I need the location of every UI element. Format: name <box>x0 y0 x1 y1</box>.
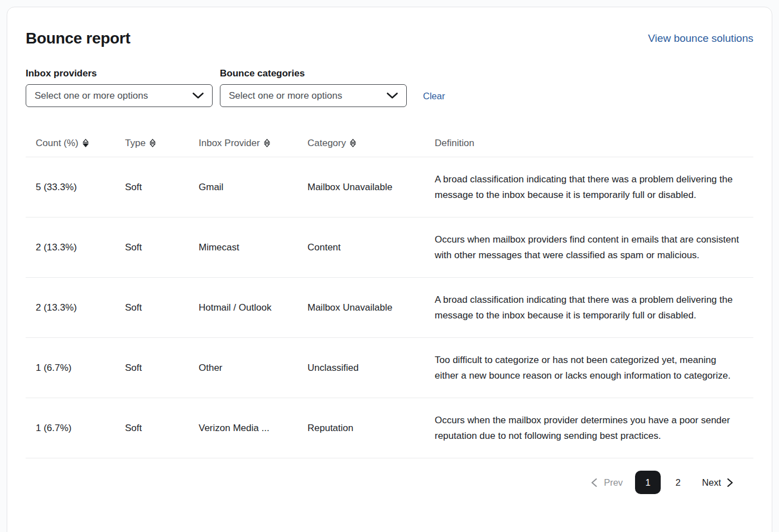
cell-category: Mailbox Unavailable <box>307 278 435 338</box>
cell-inbox-provider: Other <box>199 338 307 398</box>
pagination: Prev 12 Next <box>26 471 734 494</box>
filters-row: Inbox providers Select one or more optio… <box>26 68 753 107</box>
bounce-report-table: Count (%)TypeInbox ProviderCategoryDefin… <box>26 138 753 458</box>
cell-type: Soft <box>125 217 199 278</box>
sort-icon <box>150 139 156 147</box>
prev-label: Prev <box>604 477 623 488</box>
pagination-pages: 12 <box>633 471 693 494</box>
cell-inbox-provider: Verizon Media ... <box>199 398 307 458</box>
cell-count: 5 (33.3%) <box>26 157 125 217</box>
prev-page-button[interactable]: Prev <box>590 477 623 488</box>
cell-definition: Too difficult to categorize or has not b… <box>435 338 753 398</box>
table-body: 5 (33.3%)SoftGmailMailbox UnavailableA b… <box>26 157 753 458</box>
inbox-providers-label: Inbox providers <box>26 68 213 79</box>
bounce-categories-label: Bounce categories <box>220 68 407 79</box>
cell-type: Soft <box>125 338 199 398</box>
bounce-categories-select[interactable]: Select one or more options <box>220 84 407 107</box>
chevron-right-icon <box>727 478 734 487</box>
column-label: Inbox Provider <box>199 138 260 148</box>
card-header: Bounce report View bounce solutions <box>26 30 753 47</box>
column-header-definition: Definition <box>435 138 753 157</box>
cell-count: 2 (13.3%) <box>26 278 125 338</box>
table-row: 1 (6.7%)SoftVerizon Media ...ReputationO… <box>26 398 753 458</box>
cell-type: Soft <box>125 278 199 338</box>
column-header-type[interactable]: Type <box>125 138 199 157</box>
page-button-2[interactable]: 2 <box>665 471 691 494</box>
cell-category: Mailbox Unavailable <box>307 157 435 217</box>
chevron-down-icon <box>193 93 204 99</box>
inbox-providers-select[interactable]: Select one or more options <box>26 84 213 107</box>
column-header-inbox-provider[interactable]: Inbox Provider <box>199 138 307 157</box>
sort-icon <box>83 139 89 147</box>
sort-icon <box>350 139 356 147</box>
cell-type: Soft <box>125 157 199 217</box>
column-label: Definition <box>435 138 474 148</box>
view-bounce-solutions-link[interactable]: View bounce solutions <box>648 32 753 45</box>
next-page-button[interactable]: Next <box>702 477 734 488</box>
cell-definition: Occurs when mailbox providers find conte… <box>435 217 753 278</box>
column-label: Count (%) <box>36 138 79 148</box>
bounce-categories-filter: Bounce categories Select one or more opt… <box>220 68 407 107</box>
cell-count: 1 (6.7%) <box>26 398 125 458</box>
page-title: Bounce report <box>26 30 130 47</box>
inbox-providers-filter: Inbox providers Select one or more optio… <box>26 68 213 107</box>
column-header-count[interactable]: Count (%) <box>26 138 125 157</box>
table-row: 1 (6.7%)SoftOtherUnclassifiedToo difficu… <box>26 338 753 398</box>
cell-category: Reputation <box>307 398 435 458</box>
cell-category: Unclassified <box>307 338 435 398</box>
cell-type: Soft <box>125 398 199 458</box>
table-row: 2 (13.3%)SoftHotmail / OutlookMailbox Un… <box>26 278 753 338</box>
table-row: 2 (13.3%)SoftMimecastContentOccurs when … <box>26 217 753 278</box>
cell-definition: A broad classification indicating that t… <box>435 157 753 217</box>
cell-category: Content <box>307 217 435 278</box>
cell-count: 2 (13.3%) <box>26 217 125 278</box>
bounce-categories-placeholder: Select one or more options <box>229 90 342 101</box>
cell-inbox-provider: Mimecast <box>199 217 307 278</box>
next-label: Next <box>702 477 721 488</box>
bounce-report-card: Bounce report View bounce solutions Inbo… <box>7 7 772 532</box>
table-row: 5 (33.3%)SoftGmailMailbox UnavailableA b… <box>26 157 753 217</box>
column-label: Category <box>307 138 346 148</box>
sort-icon <box>264 139 270 147</box>
cell-inbox-provider: Gmail <box>199 157 307 217</box>
cell-definition: Occurs when the mailbox provider determi… <box>435 398 753 458</box>
column-label: Type <box>125 138 146 148</box>
chevron-down-icon <box>387 93 398 99</box>
cell-definition: A broad classification indicating that t… <box>435 278 753 338</box>
page-button-1[interactable]: 1 <box>635 471 661 494</box>
inbox-providers-placeholder: Select one or more options <box>35 90 148 101</box>
column-header-category[interactable]: Category <box>307 138 435 157</box>
clear-filters-link[interactable]: Clear <box>423 91 445 101</box>
chevron-left-icon <box>590 478 598 487</box>
cell-inbox-provider: Hotmail / Outlook <box>199 278 307 338</box>
cell-count: 1 (6.7%) <box>26 338 125 398</box>
table-header-row: Count (%)TypeInbox ProviderCategoryDefin… <box>26 138 753 157</box>
